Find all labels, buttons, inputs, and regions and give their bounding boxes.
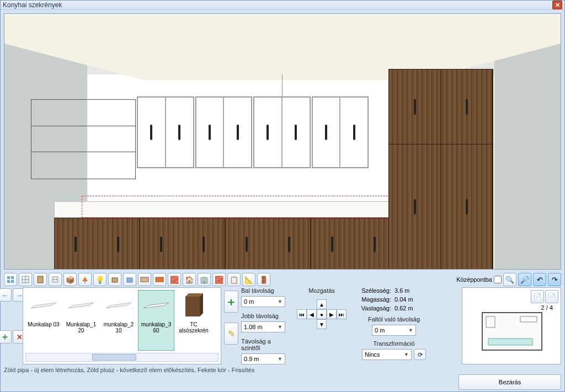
svg-rect-8	[52, 277, 58, 282]
svg-rect-7	[38, 276, 43, 283]
preview-next-icon[interactable]: 📄	[545, 290, 558, 303]
undo-icon[interactable]: ↶	[533, 273, 546, 286]
svg-marker-19	[106, 303, 131, 308]
svg-rect-14	[127, 278, 132, 282]
lower-panel: ← → ＋ ✕ Munkalap 03 Munkalap_120	[4, 287, 561, 364]
mozgatas-label: Mozgatás	[308, 287, 335, 294]
tool-box-icon[interactable]: 📦	[63, 273, 77, 286]
redo-icon[interactable]: ↷	[548, 273, 561, 286]
status-bar: Zöld pipa - új elem létrehozás, Zöld plu…	[4, 367, 561, 373]
floorplan-thumb[interactable]	[482, 312, 542, 351]
magassag-value: 0.04 m	[395, 296, 413, 303]
transzf-combo[interactable]: Nincs▼	[362, 349, 412, 360]
tool-socket-icon[interactable]	[49, 273, 62, 286]
vastagsag-label: Vastagság:	[353, 305, 391, 312]
add-item-button[interactable]: ＋	[0, 330, 12, 343]
dpad-up[interactable]: ▲	[317, 299, 327, 309]
center-label: Középpontba	[456, 276, 492, 283]
tav-szinttol-label: Távolság a szinttől	[241, 338, 291, 351]
tool-cube1-icon[interactable]	[108, 273, 121, 286]
preview-prev-icon[interactable]: 📄	[531, 290, 544, 303]
tool-wall-icon[interactable]: 🧱	[212, 273, 226, 286]
tool-door2-icon[interactable]: 🚪	[257, 273, 270, 286]
svg-rect-25	[520, 316, 537, 322]
tool-stairs-icon[interactable]: 📐	[242, 273, 255, 286]
tool-building-icon[interactable]: 🏢	[198, 273, 211, 286]
edit-button[interactable]: ✎	[224, 323, 238, 345]
faltol-label: Faltól való távolság	[353, 316, 435, 323]
3d-viewport[interactable]	[4, 13, 561, 270]
dpad-left[interactable]: ◀	[307, 309, 317, 319]
window-close-button[interactable]: ✕	[552, 1, 562, 9]
bal-tavolsag-label: Bal távolság	[241, 287, 291, 294]
gallery-item[interactable]: Munkalap_120	[63, 290, 99, 351]
svg-rect-21	[185, 297, 200, 316]
dpad-first[interactable]: ⏮	[297, 309, 307, 319]
base-cabinets	[54, 218, 396, 270]
zoom-out-icon[interactable]: 🔍	[503, 273, 516, 286]
tool-grid-icon[interactable]	[4, 273, 17, 286]
gallery-item-selected[interactable]: munkalap_360	[138, 290, 174, 351]
nav-prev-button[interactable]: ←	[0, 288, 12, 302]
tav-szinttol-combo[interactable]: 0.9 m▼	[241, 353, 285, 364]
toolbar: 📦 💡 🧱 🏠 🏢 🧱 📋 📐 🚪 Középpontba 🔍 🔎 ↶ ↷	[4, 273, 561, 286]
svg-rect-16	[156, 277, 163, 282]
szelesseg-value: 3.6 m	[395, 287, 410, 294]
add-new-button[interactable]: ＋	[224, 291, 238, 313]
titlebar: Konyhai szekrények ✕	[1, 1, 564, 10]
tool-door-icon[interactable]	[34, 273, 47, 286]
center-checkbox[interactable]	[494, 276, 502, 283]
selection-outline	[82, 196, 391, 218]
upper-cabinets	[137, 96, 369, 168]
svg-marker-18	[68, 303, 94, 308]
tool-ceiling-lamp-icon[interactable]: 💡	[93, 273, 106, 286]
svg-rect-15	[141, 277, 148, 282]
svg-rect-2	[7, 280, 10, 283]
open-shelf-unit	[31, 99, 136, 179]
jobb-tavolsag-label: Jobb távolság	[241, 313, 291, 319]
tool-window-icon[interactable]	[19, 273, 32, 286]
dpad-right[interactable]: ▶	[327, 309, 337, 319]
svg-marker-17	[31, 303, 56, 308]
jobb-tavolsag-combo[interactable]: 1.08 m▼	[241, 321, 285, 332]
refresh-button[interactable]: ⟳	[414, 349, 426, 360]
dpad-last[interactable]: ⏭	[337, 309, 347, 319]
svg-rect-13	[112, 278, 118, 282]
faltol-combo[interactable]: 0 m▼	[372, 325, 416, 336]
transzf-label: Transzformáció	[353, 340, 435, 347]
gallery-item[interactable]: Munkalap 03	[25, 290, 62, 351]
gallery-item[interactable]: TC alsószekrén	[175, 290, 212, 351]
dpad-center[interactable]: ●	[317, 309, 327, 319]
tool-panel1-icon[interactable]	[138, 273, 151, 286]
tool-panel2-icon[interactable]	[153, 273, 166, 286]
bal-tavolsag-combo[interactable]: 0 m▼	[241, 296, 285, 307]
edit-column: ＋ ✎	[223, 287, 239, 364]
tool-cube2-icon[interactable]	[123, 273, 136, 286]
svg-rect-3	[11, 280, 14, 283]
tool-misc1-icon[interactable]: 🧱	[168, 273, 181, 286]
svg-point-9	[54, 279, 55, 280]
dpad: ▲ ⏮◀●▶⏭ ▼	[297, 299, 347, 329]
window-title: Konyhai szekrények	[3, 1, 552, 9]
status-text: Zöld pipa - új elem létrehozás, Zöld plu…	[4, 367, 254, 373]
right-wall	[494, 36, 561, 269]
vastagsag-value: 0.62 m	[395, 305, 413, 312]
tool-house-icon[interactable]: 🏠	[183, 273, 196, 286]
gallery-item[interactable]: munkalap_210	[100, 290, 137, 351]
szelesseg-label: Szélesség:	[353, 287, 391, 294]
tool-clipboard-icon[interactable]: 📋	[227, 273, 241, 286]
zoom-in-icon[interactable]: 🔎	[518, 273, 531, 286]
svg-point-10	[56, 279, 57, 280]
app-window: Konyhai szekrények ✕	[0, 0, 565, 392]
svg-rect-26	[488, 339, 532, 345]
close-button[interactable]: Bezárás	[459, 374, 561, 390]
tall-cabinet	[388, 69, 493, 270]
pager-label: 2 / 4	[541, 304, 553, 311]
dpad-down[interactable]: ▼	[317, 319, 327, 329]
gallery-scrollbar[interactable]	[25, 353, 218, 362]
svg-rect-24	[486, 316, 495, 327]
tool-lamp-icon[interactable]	[78, 273, 92, 286]
properties-panel: Bal távolság 0 m▼ Jobb távolság 1.08 m▼ …	[241, 287, 460, 364]
magassag-label: Magasság:	[353, 296, 391, 303]
footer: Bezárás	[4, 374, 561, 390]
